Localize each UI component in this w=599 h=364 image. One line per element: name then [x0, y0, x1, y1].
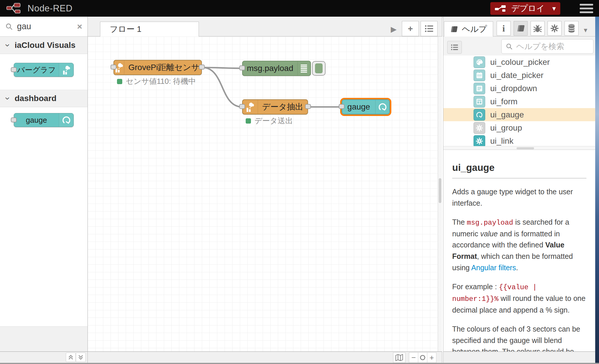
help-node-list-item[interactable]: ui_group	[443, 121, 595, 134]
triangle-right-icon: ▶	[391, 25, 397, 34]
panel-options-button[interactable]: ▾	[584, 26, 587, 34]
palette-search-input[interactable]: gau	[17, 22, 77, 31]
debug-tab-button[interactable]	[531, 21, 545, 36]
palette-node-label: gauge	[14, 116, 59, 125]
sidebar-help-panel: ヘルプ i	[443, 17, 595, 363]
help-toc-button[interactable]	[447, 41, 462, 54]
node-port-input[interactable]	[339, 104, 345, 109]
scrollbar-thumb[interactable]	[439, 178, 441, 203]
help-toolbar	[443, 37, 595, 56]
node-data-extract[interactable]: データ抽出	[242, 99, 308, 115]
node-port-output[interactable]	[199, 65, 205, 70]
node-label: msg.payload	[243, 61, 297, 75]
palette-collapse-all-button[interactable]	[66, 353, 76, 362]
chevron-down-icon: ›	[3, 44, 13, 47]
scrollbar-thumb[interactable]	[517, 147, 534, 149]
desktop-wallpaper-strip	[595, 17, 599, 364]
gauge-icon	[59, 113, 73, 127]
wire-grovepi-to-extract[interactable]	[202, 67, 242, 107]
double-chevron-up-icon	[68, 354, 74, 360]
node-type-name: ui_colour_picker	[490, 58, 550, 67]
node-port-input[interactable]	[239, 104, 245, 109]
node-red-logo-icon	[6, 2, 23, 15]
zoom-in-button[interactable]: +	[427, 352, 436, 363]
window-bottom-edge	[0, 363, 599, 364]
help-list-hscrollbar[interactable]	[443, 146, 595, 150]
app-header: Node-RED デプロイ ▾	[0, 0, 599, 17]
palette-category-dashboard[interactable]: › dashboard	[0, 90, 87, 107]
palette-expand-all-button[interactable]	[76, 353, 86, 362]
help-content: ui_gauge Adds a gauge type widget to the…	[443, 150, 595, 351]
help-title: ui_gauge	[452, 158, 586, 178]
panel-footer	[443, 351, 595, 363]
workspace: フロー 1 ▶ +	[88, 17, 442, 363]
tab-help[interactable]: ヘルプ	[444, 21, 493, 37]
search-icon	[5, 23, 13, 30]
deploy-button[interactable]: デプロイ ▾	[490, 2, 560, 15]
palette-sidebar: gau × › iaCloud Visuals バーグラフ › dashboar…	[0, 17, 88, 363]
circle-icon	[419, 354, 426, 361]
gear-icon	[550, 24, 559, 33]
help-search-input[interactable]	[516, 42, 586, 51]
menu-button[interactable]	[580, 3, 593, 14]
help-node-list-item[interactable]: ui_link	[443, 134, 595, 146]
node-label: GrovePi距離センサ	[124, 60, 204, 74]
help-node-list: ui_colour_picker ui_date_picker ui_dropd…	[443, 56, 595, 146]
zoom-reset-button[interactable]	[418, 352, 427, 363]
palette-footer	[0, 351, 87, 363]
node-type-name: ui_gauge	[490, 110, 524, 119]
gauge-icon	[375, 100, 389, 114]
flow-canvas[interactable]: GrovePi距離センサ センサ値110: 待機中 msg.payload	[88, 37, 442, 351]
help-paragraph: The msg.payload is searched for a numeri…	[452, 216, 586, 273]
palette-node-gauge[interactable]: gauge	[14, 113, 74, 127]
node-debug-msg-payload[interactable]: msg.payload	[242, 61, 311, 76]
node-port-output[interactable]	[305, 104, 311, 109]
navigator-toggle-button[interactable]	[393, 352, 405, 363]
clear-search-button[interactable]: ×	[77, 22, 82, 32]
hamburger-icon	[580, 4, 593, 6]
node-port-input[interactable]	[111, 65, 116, 70]
help-tab-button[interactable]	[514, 21, 528, 36]
context-data-tab-button[interactable]	[564, 21, 579, 36]
node-grovepi-sensor[interactable]: GrovePi距離センサ	[113, 60, 202, 75]
status-dot	[246, 118, 251, 124]
zoom-out-button[interactable]: −	[409, 352, 418, 363]
angular-filters-link[interactable]: Angular filters	[471, 264, 516, 272]
deploy-icon	[495, 5, 507, 12]
tab-scroll-right-button[interactable]: ▶	[391, 25, 397, 34]
node-gauge[interactable]: gauge	[342, 99, 390, 115]
chevron-down-icon: ▾	[584, 26, 587, 34]
palette-node-bargraph[interactable]: バーグラフ	[14, 63, 74, 77]
app-title: Node-RED	[27, 3, 73, 14]
debug-toggle-button[interactable]	[312, 61, 326, 76]
help-node-list-item-selected[interactable]: ui_gauge	[443, 108, 595, 121]
status-text: センサ値110: 待機中	[126, 76, 196, 86]
gauge-icon	[474, 109, 485, 121]
node-port-input[interactable]	[239, 65, 245, 70]
help-node-list-item[interactable]: ui_date_picker	[443, 69, 595, 82]
bug-icon	[533, 24, 542, 33]
deploy-label: デプロイ	[511, 3, 545, 14]
canvas-vertical-scrollbar[interactable]	[438, 37, 442, 351]
config-nodes-tab-button[interactable]	[548, 21, 562, 36]
node-type-name: ui_link	[490, 136, 513, 146]
node-red-logo: Node-RED	[6, 2, 73, 15]
help-node-list-item[interactable]: ui_form	[443, 95, 595, 108]
debug-toggle-state	[315, 63, 323, 73]
add-flow-button[interactable]: +	[402, 21, 419, 36]
help-node-list-item[interactable]: ui_colour_picker	[443, 56, 595, 69]
flow-list-button[interactable]	[421, 21, 438, 36]
node-port	[11, 117, 17, 122]
node-type-name: ui_form	[490, 97, 517, 106]
node-label: データ抽出	[258, 100, 307, 114]
help-node-list-item[interactable]: ui_dropdown	[443, 82, 595, 95]
calendar-icon	[474, 70, 485, 81]
panel-tabbar: ヘルプ i	[443, 17, 595, 37]
list-icon	[425, 25, 433, 32]
tab-flow-1[interactable]: フロー 1	[100, 22, 199, 37]
palette-category-iacloud-visuals[interactable]: › iaCloud Visuals	[0, 37, 87, 54]
palette-search: gau ×	[0, 17, 87, 37]
gear-icon	[474, 122, 485, 134]
chevron-down-icon[interactable]: ▾	[552, 4, 556, 13]
info-tab-button[interactable]: i	[497, 21, 511, 36]
